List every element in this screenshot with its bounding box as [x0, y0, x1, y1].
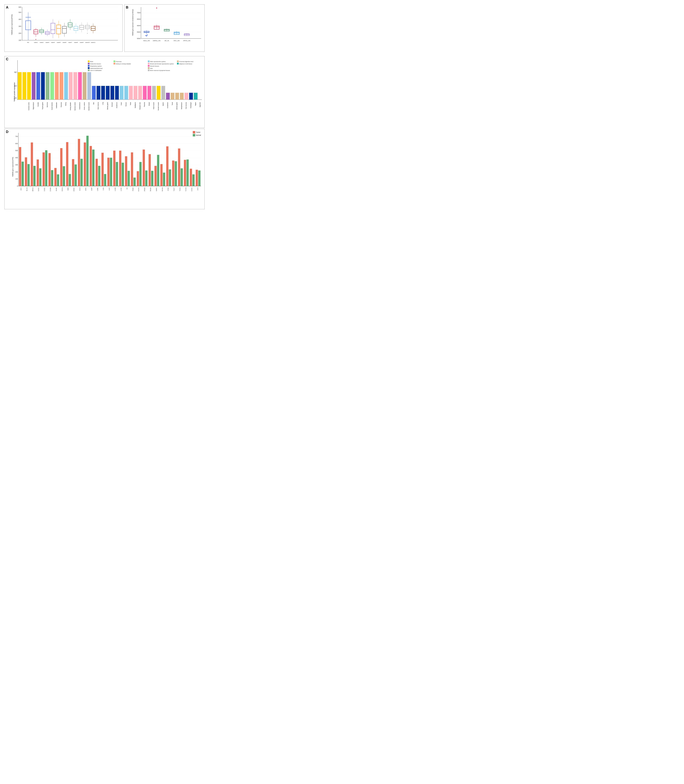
svg-text:Adipose & Soft tissue: Adipose & Soft tissue	[179, 63, 192, 65]
svg-text:0: 0	[17, 185, 18, 187]
svg-text:BRCA: BRCA	[32, 187, 34, 191]
svg-rect-297	[107, 158, 110, 186]
svg-rect-206	[88, 60, 89, 62]
svg-rect-264	[42, 152, 45, 186]
svg-text:Appendix: Appendix	[199, 102, 201, 107]
svg-text:case8: case8	[74, 42, 78, 43]
svg-rect-51	[62, 26, 66, 33]
svg-rect-324	[160, 164, 163, 186]
svg-point-107	[156, 8, 157, 8]
svg-rect-282	[78, 139, 80, 186]
panel-c: C TMBIM6 protein expression High Med Low…	[4, 56, 205, 128]
svg-rect-168	[110, 86, 114, 100]
svg-text:Duodenum: Duodenum	[116, 102, 117, 108]
svg-text:KICH: KICH	[79, 188, 81, 191]
svg-rect-259	[34, 166, 36, 186]
svg-text:case9: case9	[80, 42, 84, 43]
svg-text:KIRP: KIRP	[91, 188, 92, 191]
svg-text:200: 200	[15, 171, 18, 173]
svg-rect-230	[177, 60, 179, 62]
svg-rect-276	[66, 142, 68, 186]
svg-rect-218	[113, 63, 115, 65]
svg-text:KIRC: KIRC	[85, 188, 87, 191]
svg-text:CESC: CESC	[38, 188, 39, 191]
svg-text:SARC: SARC	[156, 188, 157, 191]
svg-text:case3: case3	[45, 42, 49, 43]
legend-tumor-swatch	[193, 131, 195, 133]
svg-text:Respiratory system: Respiratory system	[90, 65, 102, 67]
svg-text:UCEC: UCEC	[191, 188, 193, 191]
svg-rect-309	[131, 152, 133, 186]
svg-text:Kidney: Kidney	[65, 102, 66, 106]
svg-text:600: 600	[19, 6, 21, 8]
svg-rect-253	[22, 162, 24, 186]
svg-rect-262	[39, 168, 42, 186]
svg-rect-216	[113, 60, 115, 62]
svg-rect-343	[198, 170, 201, 186]
svg-rect-270	[54, 168, 56, 186]
svg-text:Breast: Breast	[148, 102, 150, 105]
svg-rect-208	[88, 63, 89, 65]
legend-normal-swatch	[193, 134, 195, 136]
svg-rect-328	[169, 169, 171, 186]
svg-rect-271	[57, 175, 59, 186]
panel-a-chart: 100 200 300 400 500 600	[14, 6, 121, 45]
svg-text:300: 300	[19, 26, 21, 27]
svg-point-101	[145, 35, 146, 36]
svg-rect-196	[175, 93, 179, 100]
svg-text:PAAD: PAAD	[132, 188, 134, 191]
svg-text:BLCA: BLCA	[26, 187, 28, 191]
svg-rect-214	[88, 70, 89, 71]
svg-text:LAML: LAML	[97, 187, 98, 191]
svg-text:Placenta: Placenta	[144, 102, 145, 107]
svg-rect-339	[190, 169, 192, 186]
panel-d-label: D	[6, 130, 8, 134]
svg-text:Epididymis: Epididymis	[135, 102, 136, 108]
svg-rect-295	[104, 174, 106, 186]
svg-rect-252	[19, 147, 21, 186]
svg-text:HNSC: HNSC	[73, 188, 75, 191]
panel-b-chart: 5000 5500 6000 6500 7000	[135, 6, 203, 45]
svg-rect-267	[48, 153, 51, 186]
svg-rect-334	[181, 168, 183, 186]
panel-d: D TMBIM6 gene expression(TPM) Tumor Norm…	[4, 129, 205, 209]
svg-text:Testis: Testis	[130, 102, 131, 105]
svg-rect-194	[171, 93, 174, 100]
svg-rect-146	[60, 72, 63, 100]
svg-text:Seminal vesicle: Seminal vesicle	[74, 102, 76, 110]
svg-text:Nasopharynx: Nasopharynx	[181, 102, 182, 109]
svg-text:Brain: Brain	[90, 61, 93, 62]
svg-rect-291	[95, 159, 98, 186]
svg-point-75	[87, 33, 88, 34]
svg-rect-286	[86, 136, 89, 186]
svg-text:Pancreas: Pancreas	[61, 102, 62, 107]
svg-text:Skin: Skin	[150, 68, 153, 69]
svg-text:Bone marrow & lymphoid tissues: Bone marrow & lymphoid tissues	[150, 70, 170, 71]
svg-rect-321	[155, 166, 157, 186]
svg-rect-204	[194, 93, 198, 100]
svg-rect-303	[119, 151, 121, 186]
svg-text:5500: 5500	[137, 31, 140, 33]
svg-text:Skin: Skin	[93, 102, 94, 105]
svg-rect-255	[25, 157, 27, 186]
svg-rect-292	[98, 166, 100, 186]
svg-rect-162	[97, 86, 100, 100]
svg-rect-156	[83, 72, 87, 100]
svg-rect-313	[139, 162, 142, 186]
svg-text:SARS2_24h: SARS2_24h	[153, 40, 160, 42]
svg-rect-150	[69, 72, 73, 100]
svg-text:case2: case2	[40, 42, 44, 43]
svg-rect-283	[81, 159, 83, 186]
svg-rect-277	[69, 174, 71, 186]
svg-text:400: 400	[19, 18, 21, 20]
svg-text:Endometrium: Endometrium	[79, 102, 80, 109]
panel-a: A TMBIM6 gene expression(FPKM) 100 200 3…	[4, 4, 123, 52]
svg-text:Salivary gland: Salivary gland	[107, 102, 108, 110]
svg-rect-222	[148, 63, 150, 65]
svg-rect-192	[166, 93, 170, 100]
svg-text:SKCM: SKCM	[161, 188, 163, 191]
svg-text:700: 700	[15, 136, 18, 137]
svg-rect-289	[92, 149, 95, 186]
svg-rect-306	[125, 156, 127, 186]
svg-rect-319	[151, 171, 153, 186]
